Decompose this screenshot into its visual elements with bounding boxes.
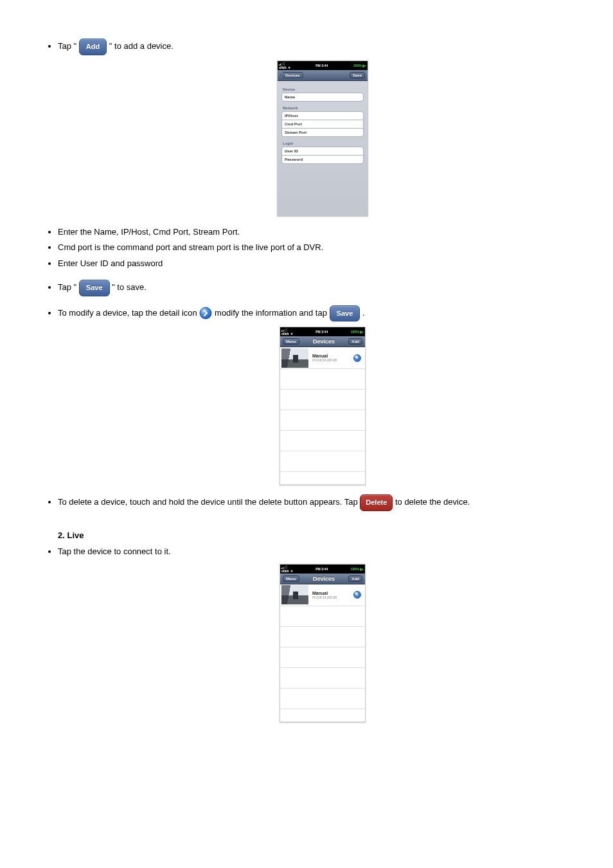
text: Tap " bbox=[58, 41, 76, 51]
status-battery: 100% bbox=[351, 330, 359, 334]
text: Enter the Name, IP/Host, Cmd Port, Strea… bbox=[58, 227, 240, 237]
nav-menu-button[interactable]: Menu bbox=[283, 338, 299, 345]
table-row bbox=[280, 451, 365, 472]
field-name[interactable]: Name bbox=[281, 93, 364, 102]
status-bar: olleh PM 2:44 100% ▮▸ bbox=[278, 61, 368, 70]
table-row bbox=[280, 410, 365, 431]
text: to delete the device. bbox=[395, 497, 470, 507]
table-row bbox=[280, 390, 365, 410]
bullet-tap-save: Tap " Save " to save. bbox=[58, 280, 587, 296]
text: Enter User ID and password bbox=[58, 258, 163, 268]
bullet-modify-device: To modify a device, tap the detail icon … bbox=[58, 305, 587, 322]
section-heading-live: 2. Live bbox=[58, 530, 587, 540]
row-detail-icon[interactable]: › bbox=[353, 354, 361, 362]
device-thumbnail bbox=[281, 348, 308, 368]
text: " to save. bbox=[112, 282, 147, 292]
table-row bbox=[280, 668, 365, 689]
table-row bbox=[280, 606, 365, 627]
field-password[interactable]: Password bbox=[281, 156, 364, 164]
carrier-label: olleh bbox=[281, 332, 289, 336]
table-row bbox=[280, 431, 365, 451]
device-thumbnail bbox=[281, 585, 308, 604]
group-network: Network bbox=[281, 104, 364, 111]
table-row bbox=[280, 709, 365, 722]
carrier-label: olleh bbox=[281, 569, 289, 573]
text: Tap " bbox=[58, 282, 76, 292]
bullet-cmd-port-desc: Cmd port is the command port and stream … bbox=[58, 241, 587, 255]
save-button-inline-1[interactable]: Save bbox=[79, 280, 110, 296]
screenshot-devices-list-2: olleh PM 2:44 100% ▮▸ Menu Devices Add M… bbox=[280, 564, 366, 723]
save-button-inline-2[interactable]: Save bbox=[330, 305, 360, 322]
status-bar: olleh PM 2:44 100% ▮▸ bbox=[280, 565, 365, 574]
svg-point-0 bbox=[200, 307, 211, 319]
text: modify the information and tap bbox=[215, 308, 327, 318]
device-ip: IP:218.54.200.68 bbox=[312, 595, 353, 599]
field-iphost[interactable]: IP/Host bbox=[281, 111, 364, 120]
text: To delete a device, touch and hold the d… bbox=[58, 497, 358, 507]
nav-title: Devices bbox=[313, 338, 335, 345]
status-battery: 100% bbox=[351, 567, 359, 571]
text: Cmd port is the command port and stream … bbox=[58, 242, 323, 252]
status-battery: 100% bbox=[353, 64, 362, 68]
nav-add-button[interactable]: Add bbox=[348, 338, 362, 345]
table-row bbox=[280, 689, 365, 709]
text: To modify a device, tap the detail icon bbox=[58, 308, 197, 318]
device-name: Manual bbox=[312, 591, 353, 595]
field-cmdport[interactable]: Cmd Port bbox=[281, 120, 364, 129]
carrier-label: olleh bbox=[279, 66, 287, 69]
nav-bar: Devices Save bbox=[278, 70, 368, 81]
table-row bbox=[280, 472, 365, 485]
nav-save-button[interactable]: Save bbox=[350, 72, 365, 78]
field-streamport[interactable]: Stream Port bbox=[281, 129, 364, 137]
device-ip: IP:218.54.200.68 bbox=[312, 358, 353, 362]
text: . bbox=[362, 308, 365, 318]
table-row bbox=[280, 627, 365, 647]
status-time: PM 2:44 bbox=[315, 567, 328, 571]
row-detail-icon[interactable]: › bbox=[353, 591, 361, 599]
group-login: Login bbox=[281, 139, 364, 147]
device-row[interactable]: Manual IP:218.54.200.68 › bbox=[280, 584, 365, 606]
group-device: Device bbox=[281, 85, 364, 93]
screenshot-add-device: olleh PM 2:44 100% ▮▸ Devices Save Devic… bbox=[277, 60, 368, 217]
field-userid[interactable]: User ID bbox=[281, 147, 364, 156]
nav-bar: Menu Devices Add bbox=[280, 336, 365, 347]
bullet-enter-network: Enter the Name, IP/Host, Cmd Port, Strea… bbox=[58, 226, 587, 239]
add-button[interactable]: Add bbox=[79, 39, 107, 55]
status-bar: olleh PM 2:44 100% ▮▸ bbox=[280, 327, 365, 336]
table-row bbox=[280, 647, 365, 668]
bullet-delete-device: To delete a device, touch and hold the d… bbox=[58, 494, 587, 511]
nav-back-devices[interactable]: Devices bbox=[280, 72, 303, 78]
nav-menu-button[interactable]: Menu bbox=[283, 575, 299, 582]
bullet-tap-device-connect: Tap the device to connect to it. bbox=[58, 545, 587, 559]
device-name: Manual bbox=[312, 354, 353, 358]
text: " to add a device. bbox=[109, 41, 173, 51]
device-row[interactable]: Manual IP:218.54.200.68 › bbox=[280, 347, 365, 369]
detail-disclosure-icon[interactable] bbox=[199, 307, 212, 320]
nav-title: Devices bbox=[313, 575, 335, 582]
delete-button[interactable]: Delete bbox=[360, 494, 393, 511]
text: Tap the device to connect to it. bbox=[58, 547, 171, 556]
status-time: PM 2:44 bbox=[315, 64, 328, 68]
screenshot-devices-list-1: olleh PM 2:44 100% ▮▸ Menu Devices Add M… bbox=[280, 327, 366, 485]
nav-add-button[interactable]: Add bbox=[348, 575, 362, 582]
bullet-userid-password: Enter User ID and password bbox=[58, 257, 587, 271]
table-row bbox=[280, 369, 365, 390]
nav-bar: Menu Devices Add bbox=[280, 574, 365, 584]
bullet-tap-add: Tap " Add " to add a device. bbox=[58, 39, 587, 55]
status-time: PM 2:44 bbox=[315, 330, 328, 334]
